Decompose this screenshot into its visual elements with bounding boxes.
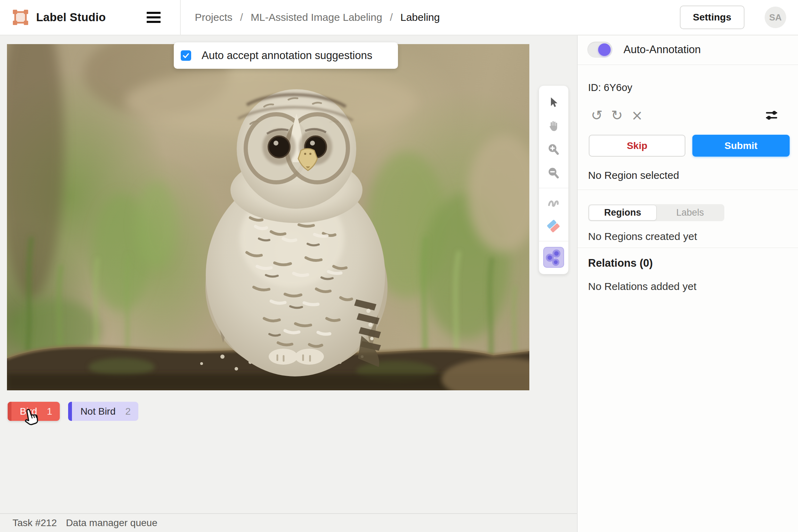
pointer-tool-button[interactable]	[544, 93, 563, 112]
hamburger-menu-icon[interactable]	[147, 12, 161, 23]
skip-button[interactable]: Skip	[589, 135, 685, 157]
app-logo[interactable]: Label Studio	[13, 9, 106, 25]
toolbar-divider	[539, 241, 569, 241]
label-text: Not Bird	[72, 406, 120, 417]
breadcrumb: Projects / ML-Assisted Image Labeling / …	[195, 11, 440, 23]
zoom-in-tool-button[interactable]	[544, 140, 563, 159]
checkmark-icon	[182, 51, 190, 60]
no-regions-text: No Regions created yet	[588, 231, 697, 242]
magic-wand-tool-button[interactable]	[543, 247, 564, 268]
label-tags-row: Bird 1 Not Bird 2	[8, 402, 138, 421]
breadcrumb-separator: /	[390, 11, 393, 23]
auto-accept-panel: Auto accept annotation suggestions	[174, 42, 398, 69]
no-region-text: No Region selected	[588, 169, 679, 181]
breadcrumb-current-page: Labeling	[400, 11, 440, 23]
label-hotkey: 1	[42, 406, 60, 417]
history-actions-row: ↺ ↻ ×	[587, 106, 789, 124]
queue-name: Data manager queue	[66, 517, 157, 529]
auto-annotation-toggle[interactable]	[587, 42, 612, 58]
label-studio-app: Label Studio Projects / ML-Assisted Imag…	[0, 0, 798, 532]
label-tag-bird[interactable]: Bird 1	[8, 402, 60, 421]
redo-icon[interactable]: ↻	[607, 107, 627, 124]
task-id-text: ID: 6Y6oy	[588, 82, 632, 93]
annotation-sidebar: Auto-Annotation ID: 6Y6oy ↺ ↻ × Skip Sub…	[577, 35, 798, 532]
reset-icon[interactable]: ×	[627, 107, 647, 124]
eraser-tool-button[interactable]	[544, 217, 563, 236]
submit-button[interactable]: Submit	[692, 135, 790, 157]
relations-title: Relations (0)	[588, 257, 653, 269]
undo-icon[interactable]: ↺	[587, 107, 607, 124]
sidebar-divider	[578, 248, 798, 248]
header: Label Studio Projects / ML-Assisted Imag…	[0, 0, 798, 35]
settings-button[interactable]: Settings	[680, 6, 744, 29]
label-hotkey: 2	[121, 406, 139, 417]
zoom-out-icon	[547, 167, 560, 180]
brush-tool-button[interactable]	[544, 193, 563, 213]
tab-regions[interactable]: Regions	[589, 205, 657, 221]
zoom-out-tool-button[interactable]	[544, 164, 563, 183]
task-footer: Task #212 Data manager queue	[0, 513, 578, 532]
eraser-icon	[546, 219, 561, 234]
user-avatar[interactable]: SA	[765, 7, 786, 28]
no-relations-text: No Relations added yet	[588, 281, 697, 292]
magic-wand-icon	[544, 248, 563, 267]
tab-labels[interactable]: Labels	[657, 205, 724, 221]
view-settings-button[interactable]	[765, 108, 779, 122]
toggle-knob	[598, 43, 611, 56]
app-name: Label Studio	[36, 11, 106, 24]
breadcrumb-project-name[interactable]: ML-Assisted Image Labeling	[251, 11, 382, 23]
breadcrumb-projects[interactable]: Projects	[195, 11, 232, 23]
sidebar-divider	[578, 190, 798, 190]
task-number: Task #212	[13, 517, 57, 529]
regions-labels-tabs: Regions Labels	[588, 204, 724, 221]
hand-icon	[547, 119, 560, 133]
label-text: Bird	[11, 406, 42, 417]
image-canvas[interactable]	[7, 44, 529, 390]
header-separator	[180, 0, 181, 35]
breadcrumb-separator: /	[240, 11, 243, 23]
label-tag-not-bird[interactable]: Not Bird 2	[68, 402, 138, 421]
sliders-icon	[765, 108, 779, 122]
sidebar-divider	[578, 65, 798, 65]
auto-accept-checkbox[interactable]	[181, 50, 191, 61]
label-studio-logo-icon	[13, 9, 28, 25]
toolbar-divider	[539, 188, 569, 188]
annotation-toolbar	[539, 85, 569, 274]
owl-photo-illustration	[7, 44, 529, 390]
auto-annotation-label: Auto-Annotation	[624, 43, 701, 56]
auto-accept-label: Auto accept annotation suggestions	[202, 49, 372, 62]
label-color-stripe	[8, 402, 11, 421]
zoom-in-icon	[547, 143, 560, 156]
brush-icon	[547, 196, 560, 209]
label-color-stripe	[68, 402, 72, 421]
pan-tool-button[interactable]	[544, 116, 563, 136]
pointer-icon	[547, 96, 560, 109]
